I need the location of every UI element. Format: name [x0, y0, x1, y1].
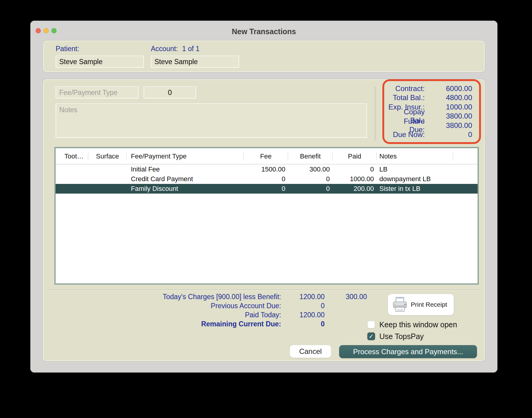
cell-type: Initial Fee — [127, 165, 244, 174]
contract-label: Contract: — [387, 84, 425, 93]
cell-fee: 0 — [244, 184, 288, 194]
account-count: 1 of 1 — [182, 45, 200, 53]
table-header-row: Toot… Surface Fee/Payment Type Fee Benef… — [56, 148, 478, 165]
cell-fee: 1500.00 — [244, 165, 288, 174]
table-row[interactable]: Initial Fee 1500.00 300.00 0 LB — [56, 165, 478, 174]
balance-row-contract: Contract: 6000.00 — [387, 84, 472, 93]
patient-name-field: Steve Sample — [56, 56, 144, 68]
print-receipt-button[interactable]: Print Receipt — [388, 294, 454, 315]
cell-benefit: 0 — [288, 174, 332, 184]
totals-summary: Today's Charges [900.00] less Benefit: 1… — [122, 292, 367, 328]
vertical-divider — [375, 87, 376, 141]
remaining-due-label: Remaining Current Due: — [122, 320, 281, 328]
cell-type: Credit Card Payment — [127, 174, 244, 184]
transaction-panel: Contract: 6000.00 Total Bal.: 4800.00 Ex… — [43, 79, 485, 361]
total-bal-label: Total Bal.: — [387, 93, 425, 102]
cell-benefit: 0 — [288, 184, 332, 194]
cell-notes: Sister in tx LB — [377, 184, 453, 194]
copay-bal-value: 3800.00 — [425, 112, 472, 120]
total-bal-value: 4800.00 — [425, 93, 472, 102]
print-receipt-label: Print Receipt — [411, 301, 447, 308]
cell-notes: LB — [377, 165, 453, 174]
use-topspay-label: Use TopsPay — [379, 332, 424, 341]
column-header-spacer — [453, 148, 478, 165]
printer-icon — [391, 296, 408, 313]
window-title: New Transactions — [30, 27, 498, 36]
table-row[interactable]: Credit Card Payment 0 0 1000.00 downpaym… — [56, 174, 478, 184]
column-header-surface[interactable]: Surface — [88, 148, 127, 165]
cell-type: Family Discount — [127, 184, 244, 194]
keep-window-open-option: Keep this window open — [367, 320, 457, 329]
table-row-selected[interactable]: Family Discount 0 0 200.00 Sister in tx … — [56, 184, 478, 194]
title-bar: New Transactions — [30, 21, 498, 38]
process-charges-payments-button[interactable]: Process Charges and Payments... — [339, 345, 477, 358]
column-header-notes[interactable]: Notes — [377, 148, 453, 165]
due-now-label: Due Now: — [387, 130, 425, 139]
column-header-fee-payment-type[interactable]: Fee/Payment Type — [127, 148, 244, 165]
balance-row-total-bal: Total Bal.: 4800.00 — [387, 93, 472, 102]
notes-input[interactable] — [56, 103, 367, 138]
cell-notes: downpayment LB — [377, 174, 453, 184]
charges-label: Today's Charges [900.00] less Benefit: — [122, 293, 281, 301]
due-now-value: 0 — [425, 130, 472, 139]
transactions-table: Toot… Surface Fee/Payment Type Fee Benef… — [54, 147, 479, 285]
paid-today-value: 1200.00 — [281, 311, 325, 319]
cell-paid: 1000.00 — [332, 174, 377, 184]
use-topspay-checkbox[interactable]: ✓ — [367, 332, 375, 340]
cell-paid: 0 — [332, 165, 377, 174]
charges-benefit-value: 300.00 — [325, 293, 367, 301]
cancel-button[interactable]: Cancel — [290, 345, 331, 358]
keep-window-open-checkbox[interactable] — [367, 321, 375, 328]
cell-fee: 0 — [244, 174, 288, 184]
summary-row-previous-due: Previous Account Due: 0 — [122, 301, 367, 310]
column-header-paid[interactable]: Paid — [332, 148, 377, 165]
contract-value: 6000.00 — [425, 84, 472, 93]
balance-row-future-due: Future Due: 3800.00 — [387, 121, 472, 130]
patient-label: Patient: — [56, 45, 79, 53]
summary-row-remaining-due: Remaining Current Due: 0 — [122, 319, 367, 328]
account-label-text: Account: — [151, 45, 178, 53]
patient-account-panel: Patient: Account:1 of 1 Steve Sample Ste… — [43, 41, 485, 72]
paid-today-label: Paid Today: — [122, 311, 281, 319]
account-label: Account:1 of 1 — [151, 45, 199, 53]
keep-window-open-label: Keep this window open — [379, 320, 457, 329]
remaining-due-value: 0 — [281, 320, 325, 328]
balances-highlight-box: Contract: 6000.00 Total Bal.: 4800.00 Ex… — [382, 79, 481, 144]
column-header-benefit[interactable]: Benefit — [288, 148, 332, 165]
balance-row-due-now: Due Now: 0 — [387, 130, 472, 139]
cell-benefit: 300.00 — [288, 165, 332, 174]
exp-insur-value: 1000.00 — [425, 103, 472, 111]
use-topspay-option: ✓ Use TopsPay — [367, 332, 424, 341]
new-transactions-window: New Transactions Patient: Account:1 of 1… — [30, 21, 498, 373]
future-due-value: 3800.00 — [425, 121, 472, 130]
summary-row-paid-today: Paid Today: 1200.00 — [122, 310, 367, 319]
amount-input[interactable] — [144, 87, 196, 99]
previous-due-value: 0 — [281, 302, 325, 310]
summary-divider — [49, 290, 480, 291]
column-header-tooth[interactable]: Toot… — [56, 148, 88, 165]
column-header-fee[interactable]: Fee — [244, 148, 288, 165]
summary-row-charges: Today's Charges [900.00] less Benefit: 1… — [122, 292, 367, 301]
cell-paid: 200.00 — [332, 184, 377, 194]
fee-payment-type-input[interactable] — [56, 87, 138, 99]
charges-value: 1200.00 — [281, 293, 325, 301]
account-name-field: Steve Sample — [151, 56, 239, 68]
previous-due-label: Previous Account Due: — [122, 302, 281, 310]
